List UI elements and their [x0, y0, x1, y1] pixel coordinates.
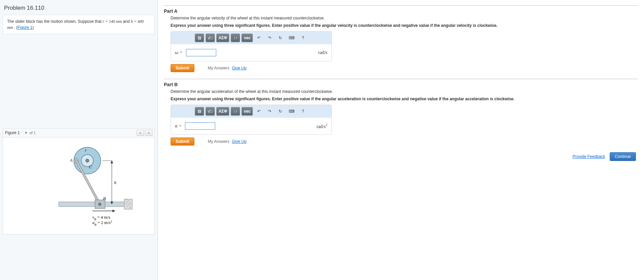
figure-diagram: r A C B	[25, 142, 133, 229]
arrows-button[interactable]: ↓↑	[231, 107, 240, 116]
part-b-answer-box: ⊟ √□ ΑΣΦ ↓↑ vec ↶ ↷ ↻ ⌨ ? α = rad/s2	[171, 105, 332, 135]
template-button[interactable]: ⊟	[195, 107, 204, 116]
part-a-submit-button[interactable]: Submit	[171, 64, 194, 72]
part-a-answer-box: ⊟ √□ ΑΣΦ ↓↑ vec ↶ ↷ ↻ ⌨ ? ω = rad/s	[171, 31, 332, 61]
footer-row: Provide Feedback Continue	[164, 152, 638, 161]
redo-button[interactable]: ↷	[265, 107, 274, 116]
svg-rect-6	[59, 202, 126, 207]
arrows-button[interactable]: ↓↑	[231, 34, 240, 42]
figure-body: r A C B	[3, 137, 154, 234]
part-a-units: rad/s	[318, 50, 327, 55]
desc-text-1: The slider block has the motion shown. S…	[7, 19, 103, 24]
svg-point-2	[86, 159, 89, 162]
part-b-toolbar: ⊟ √□ ΑΣΦ ↓↑ vec ↶ ↷ ↻ ⌨ ?	[171, 105, 331, 118]
greek-button[interactable]: ΑΣΦ	[216, 107, 230, 116]
figure-label: Figure 1	[5, 130, 23, 135]
left-panel: Problem 16.110 The slider block has the …	[0, 0, 158, 280]
part-a-input[interactable]	[186, 49, 216, 56]
part-b-units: rad/s2	[317, 123, 327, 129]
label-A: A	[70, 158, 73, 163]
part-a-actions: Submit My Answers Give Up	[171, 64, 638, 72]
desc-text-4: )	[32, 25, 34, 30]
svg-marker-18	[110, 161, 113, 163]
figure-prev-button[interactable]: <	[137, 130, 144, 136]
part-b-give-up-link[interactable]: Give Up	[232, 139, 246, 144]
problem-description: The slider block has the motion shown. S…	[3, 15, 155, 34]
part-a-var-label: ω =	[175, 50, 183, 55]
continue-button[interactable]: Continue	[610, 152, 636, 161]
figure-count: of 1	[30, 131, 36, 135]
help-button[interactable]: ?	[298, 107, 308, 116]
reset-button[interactable]: ↻	[276, 34, 285, 42]
part-a-toolbar: ⊟ √□ ΑΣΦ ↓↑ vec ↶ ↷ ↻ ⌨ ?	[171, 32, 331, 44]
part-a-give-up-link[interactable]: Give Up	[232, 66, 246, 70]
my-answers-label: My Answers	[208, 66, 230, 70]
part-a-hint: Express your answer using three signific…	[171, 22, 638, 29]
part-b-input[interactable]	[185, 122, 215, 130]
part-b-actions: Submit My Answers Give Up	[171, 137, 638, 146]
part-a-title: Part A	[164, 8, 638, 14]
units-sup: 2	[326, 123, 327, 127]
vec-button[interactable]: vec	[241, 34, 253, 42]
part-b-var-label: α =	[175, 123, 182, 129]
figure-panel: Figure 1 ▼ of 1 < > r A	[3, 128, 155, 234]
undo-button[interactable]: ↶	[254, 107, 264, 116]
problem-title: Problem 16.110	[4, 5, 155, 11]
my-answers-label: My Answers	[208, 139, 230, 144]
reset-button[interactable]: ↻	[276, 107, 285, 116]
help-button[interactable]: ?	[298, 34, 308, 42]
provide-feedback-link[interactable]: Provide Feedback	[572, 154, 605, 159]
part-a-prompt: Determine the angular velocity of the wh…	[171, 16, 638, 20]
keyboard-button[interactable]: ⌨	[286, 34, 297, 42]
svg-marker-21	[112, 210, 115, 212]
part-a-links: My Answers Give Up	[208, 66, 246, 70]
divider	[164, 5, 638, 6]
part-b-submit-button[interactable]: Submit	[171, 137, 194, 146]
part-b-prompt: Determine the angular acceleration of th…	[171, 89, 638, 94]
figure-next-button[interactable]: >	[145, 130, 152, 136]
right-panel: Part A Determine the angular velocity of…	[158, 0, 644, 280]
label-C: C	[89, 164, 92, 169]
units-base: rad/s	[317, 124, 326, 129]
greek-button[interactable]: ΑΣΦ	[216, 34, 230, 42]
sqrt-button[interactable]: √□	[205, 34, 215, 42]
part-b-title: Part B	[164, 82, 638, 87]
r-expression: r = 140 mm	[103, 19, 122, 24]
figure-link[interactable]: Figure 1	[17, 25, 32, 30]
figure-header: Figure 1 ▼ of 1 < >	[3, 128, 154, 137]
divider	[164, 79, 638, 79]
label-h: h	[114, 180, 117, 185]
vec-button[interactable]: vec	[241, 107, 253, 116]
template-button[interactable]: ⊟	[195, 34, 204, 42]
part-b-links: My Answers Give Up	[208, 139, 246, 144]
desc-text-3: . (	[14, 25, 18, 30]
part-b-hint: Express your answer using three signific…	[171, 96, 638, 102]
undo-button[interactable]: ↶	[254, 34, 264, 42]
label-B: B	[103, 196, 106, 201]
desc-text-2: and	[123, 19, 131, 24]
svg-point-8	[98, 203, 101, 206]
keyboard-button[interactable]: ⌨	[286, 107, 297, 116]
sqrt-button[interactable]: √□	[205, 107, 215, 116]
redo-button[interactable]: ↷	[265, 34, 274, 42]
chevron-down-icon[interactable]: ▼	[25, 131, 28, 134]
